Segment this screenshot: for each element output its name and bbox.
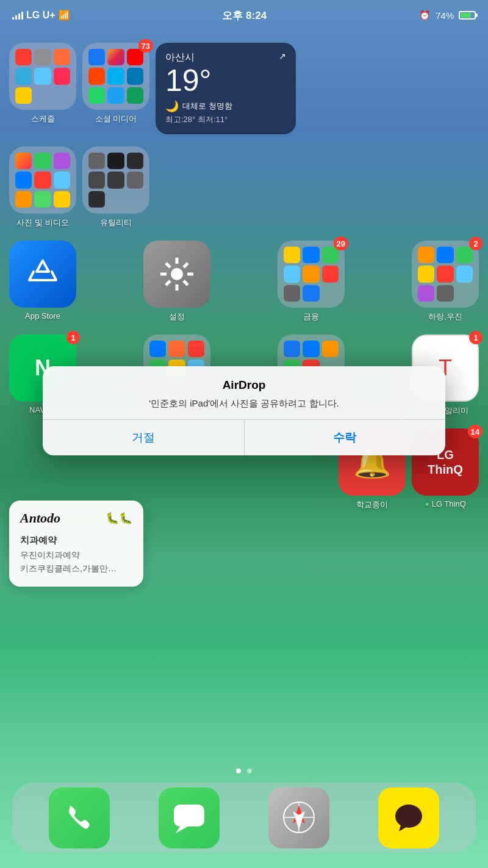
schedule-folder-icon [9,43,76,110]
harang-label: 하랑,우진 [428,311,462,322]
airdrop-dialog: AirDrop '민준호의 iPad'에서 사진을 공유하려고 합니다. 거절 … [43,366,445,455]
photos-folder-icon [9,146,76,214]
social-folder-icon [82,43,149,110]
airdrop-content: AirDrop '민준호의 iPad'에서 사진을 공유하려고 합니다. [43,366,445,410]
harang-badge: 2 [469,237,483,250]
signal-icon [12,11,23,20]
svg-line-5 [166,263,170,267]
status-left: LG U+ 📶 [12,10,70,21]
tansim-badge: 1 [469,331,483,344]
weather-temp: 19° [165,65,286,96]
dock [12,783,476,853]
messages-icon [159,787,220,848]
naver-badge: 1 [66,331,80,344]
harang-folder-icon [412,241,479,308]
social-badge: 73 [138,39,153,52]
app-photos-video[interactable]: 사진 및 비디오 [9,146,76,228]
weather-widget[interactable]: 아산시 ↗ 19° 🌙 대체로 청명함 최고:28° 최저:11° [156,43,479,134]
schedule-label: 스케줄 [31,114,55,125]
airdrop-buttons: 거절 수락 [43,419,445,455]
airdrop-title: AirDrop [55,378,433,392]
phone-icon [49,787,110,848]
app-settings[interactable]: 설정 [143,241,210,322]
wifi-icon: 📶 [59,10,70,21]
settings-label: 설정 [169,311,185,322]
airdrop-decline-button[interactable]: 거절 [43,420,245,455]
clock: 오후 8:24 [222,9,267,23]
carrier-label: LG U+ [26,10,56,21]
social-label: 소셜 미디어 [95,114,137,125]
page-dots [0,769,488,773]
svg-line-7 [184,263,188,267]
kakao-icon [378,787,439,848]
app-appstore[interactable]: App Store [9,241,76,322]
weather-condition: 대체로 청명함 [182,101,232,112]
antodo-logo: Antodo [20,510,60,526]
page-dot-1[interactable] [236,769,241,773]
airdrop-message: '민준호의 iPad'에서 사진을 공유하려고 합니다. [55,397,433,410]
app-row-1: 스케줄 73 소셜 미디어 [9,43,479,134]
app-utility[interactable]: 유틸리티 [82,146,149,228]
lgthinq-badge: 14 [468,425,483,438]
safari-icon [268,787,329,848]
finance-folder-icon [278,241,345,308]
svg-point-0 [171,268,183,280]
svg-line-6 [184,281,188,285]
app-schedule[interactable]: 스케줄 [9,43,76,125]
photos-label: 사진 및 비디오 [16,217,68,228]
finance-label: 금융 [303,311,319,322]
antodo-item-1: 우진이치과예약 [20,550,132,561]
app-social[interactable]: 73 소셜 미디어 [82,43,149,125]
antodo-category: 치과예약 [20,535,132,546]
battery-icon [459,11,476,20]
status-right: ⏰ 74% [419,10,476,21]
night-icon: 🌙 [165,99,179,113]
alarm-icon: ⏰ [419,10,431,21]
dock-safari[interactable] [268,787,329,848]
airdrop-accept-button[interactable]: 수락 [245,420,446,455]
antodo-bug-icon: 🐛🐛 [106,512,132,525]
schoolbell-label: 학교종이 [356,499,388,510]
dock-phone[interactable] [49,787,110,848]
app-row-2: 사진 및 비디오 유틸리티 [9,146,479,228]
page-dot-2[interactable] [247,769,252,773]
appstore-label: App Store [25,311,60,320]
svg-rect-9 [174,805,204,826]
utility-label: 유틸리티 [100,217,132,228]
finance-badge: 29 [334,237,348,250]
appstore-icon [9,241,76,308]
antodo-header: Antodo 🐛🐛 [20,510,132,526]
status-bar: LG U+ 📶 오후 8:24 ⏰ 74% [0,0,488,31]
dock-messages[interactable] [159,787,220,848]
location-icon: ↗ [279,51,286,61]
utility-folder-icon [82,146,149,214]
app-harang[interactable]: 2 하랑,우진 [412,241,479,322]
battery-percent: 74% [436,10,454,21]
weather-city: 아산시 [165,51,195,64]
svg-point-16 [395,805,422,828]
lgthinq-label: ● LG ThinQ [425,499,466,508]
antodo-widget[interactable]: Antodo 🐛🐛 치과예약 우진이치과예약 키즈쿠킹클레스,가볼만… [9,501,143,587]
settings-icon [143,241,210,308]
svg-line-8 [166,281,170,285]
dock-kakao[interactable] [378,787,439,848]
app-row-3: App Store [9,241,479,322]
antodo-item-2: 키즈쿠킹클레스,가볼만… [20,563,132,574]
app-finance[interactable]: 29 금융 [278,241,345,322]
weather-range: 최고:28° 최저:11° [165,114,286,125]
svg-marker-10 [176,826,188,833]
